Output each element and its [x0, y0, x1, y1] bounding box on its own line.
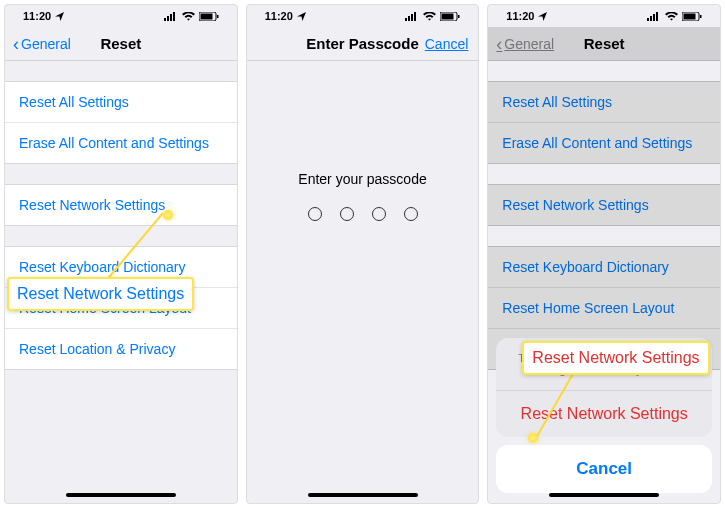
svg-rect-13 [458, 15, 460, 18]
svg-rect-3 [173, 12, 175, 21]
home-indicator[interactable] [66, 493, 176, 497]
battery-icon [199, 12, 219, 21]
svg-rect-2 [170, 14, 172, 21]
callout-target-dot [163, 210, 173, 220]
svg-rect-5 [200, 13, 212, 19]
passcode-dot [340, 207, 354, 221]
svg-rect-8 [408, 16, 410, 21]
wifi-icon [182, 12, 195, 21]
passcode-dot [372, 207, 386, 221]
row-reset-location-privacy[interactable]: Reset Location & Privacy [5, 329, 237, 369]
row-erase-all-content[interactable]: Erase All Content and Settings [5, 123, 237, 163]
location-icon [55, 12, 64, 21]
svg-rect-7 [405, 18, 407, 21]
back-label: General [21, 36, 71, 52]
nav-title: Enter Passcode [306, 35, 419, 52]
passcode-prompt: Enter your passcode [247, 171, 479, 187]
row-reset-all-settings[interactable]: Reset All Settings [5, 82, 237, 123]
nav-title: Reset [100, 35, 141, 52]
signal-icon [164, 12, 178, 21]
callout-reset-network: Reset Network Settings [7, 277, 194, 311]
cancel-button[interactable]: Cancel [425, 36, 469, 52]
passcode-dot [404, 207, 418, 221]
wifi-icon [423, 12, 436, 21]
callout-reset-network-confirm: Reset Network Settings [522, 341, 709, 375]
svg-rect-12 [442, 13, 454, 19]
passcode-dots[interactable] [247, 207, 479, 221]
nav-bar: ‹ General Reset [5, 27, 237, 61]
row-reset-network-settings[interactable]: Reset Network Settings [5, 185, 237, 225]
passcode-area: Enter your passcode [247, 171, 479, 221]
signal-icon [405, 12, 419, 21]
home-indicator[interactable] [308, 493, 418, 497]
action-sheet-cancel[interactable]: Cancel [496, 445, 712, 493]
action-sheet-destructive[interactable]: Reset Network Settings [496, 391, 712, 437]
screen-passcode: 11:20 Enter Passcode Cancel Enter your p… [246, 4, 480, 504]
status-time: 11:20 [23, 10, 51, 22]
battery-icon [440, 12, 460, 21]
svg-rect-10 [414, 12, 416, 21]
location-icon [297, 12, 306, 21]
svg-rect-6 [217, 15, 219, 18]
nav-bar: Enter Passcode Cancel [247, 27, 479, 61]
svg-rect-9 [411, 14, 413, 21]
screen-reset: 11:20 ‹ General Reset Reset All Settings… [4, 4, 238, 504]
chevron-left-icon: ‹ [13, 35, 19, 53]
group-2: Reset Network Settings [5, 184, 237, 226]
status-time: 11:20 [265, 10, 293, 22]
group-1: Reset All Settings Erase All Content and… [5, 81, 237, 164]
svg-rect-1 [167, 16, 169, 21]
status-bar: 11:20 [247, 5, 479, 27]
back-button[interactable]: ‹ General [13, 35, 71, 53]
svg-rect-0 [164, 18, 166, 21]
screen-confirm: 11:20 ‹ General Reset Reset All Settings… [487, 4, 721, 504]
home-indicator[interactable] [549, 493, 659, 497]
status-bar: 11:20 [5, 5, 237, 27]
passcode-dot [308, 207, 322, 221]
